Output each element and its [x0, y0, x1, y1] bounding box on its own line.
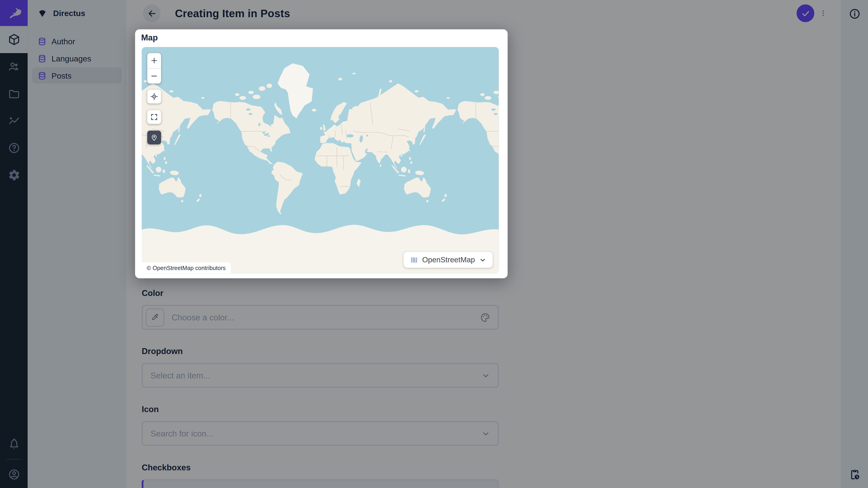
world-map [142, 47, 499, 273]
fullscreen-icon [150, 113, 158, 121]
map-field-card: Map [135, 29, 508, 278]
add-marker-button[interactable] [147, 131, 161, 144]
map-icon [409, 255, 418, 264]
geolocate-button[interactable] [147, 90, 161, 103]
basemap-label: OpenStreetMap [422, 256, 475, 264]
plus-icon [150, 57, 158, 65]
zoom-in-button[interactable] [147, 53, 161, 68]
basemap-selector[interactable]: OpenStreetMap [403, 252, 493, 268]
geolocate-icon [150, 92, 158, 101]
zoom-out-button[interactable] [147, 69, 161, 84]
map-attribution[interactable]: © OpenStreetMap contributors [142, 262, 230, 273]
fullscreen-button[interactable] [147, 110, 161, 124]
pin-plus-icon [150, 133, 158, 142]
map-field-label: Map [141, 33, 158, 42]
map-canvas[interactable]: © OpenStreetMap contributors OpenStreetM… [142, 47, 499, 273]
map-zoom-controls [147, 53, 161, 84]
chevron-down-icon [479, 256, 487, 264]
app-window: Directus Author Languages Posts Creating… [0, 0, 868, 488]
minus-icon [150, 72, 158, 80]
